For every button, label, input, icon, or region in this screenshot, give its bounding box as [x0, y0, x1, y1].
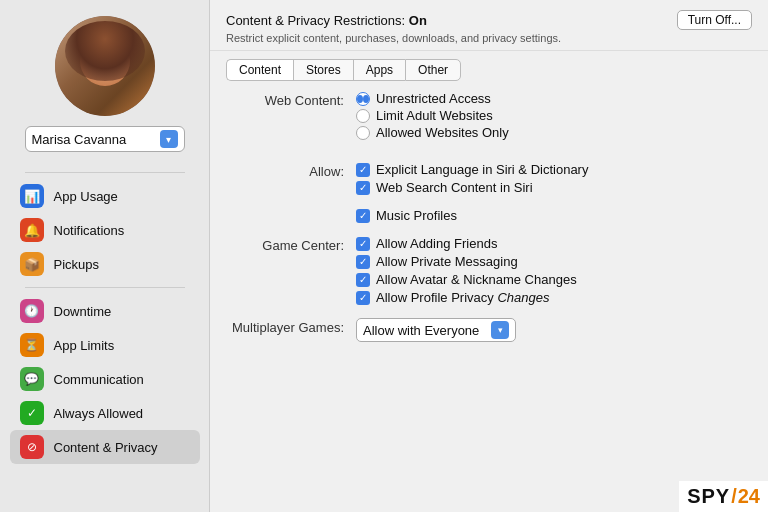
checkbox-explicit-lang-label: Explicit Language in Siri & Dictionary	[376, 162, 588, 177]
radio-unrestricted-label: Unrestricted Access	[376, 91, 491, 106]
tab-apps[interactable]: Apps	[353, 59, 405, 81]
restrictions-label: Content & Privacy Restrictions:	[226, 13, 405, 28]
sidebar: Marisa Cavanna ▾ 📊 App Usage 🔔 Notificat…	[0, 0, 210, 512]
multiplayer-games-row: Multiplayer Games: Allow with Everyone ▾	[226, 318, 752, 342]
spy-slash: /	[731, 485, 737, 508]
spy-text: SPY	[687, 485, 730, 508]
music-profiles-row: ✓ Music Profiles	[226, 208, 752, 226]
radio-allowed-only-label: Allowed Websites Only	[376, 125, 509, 140]
sidebar-label-pickups: Pickups	[54, 257, 100, 272]
checkbox-adding-friends-label: Allow Adding Friends	[376, 236, 497, 251]
sidebar-item-app-usage[interactable]: 📊 App Usage	[10, 179, 200, 213]
radio-limit-adult[interactable]: Limit Adult Websites	[356, 108, 752, 123]
header-description: Restrict explicit content, purchases, do…	[226, 32, 752, 44]
sidebar-label-communication: Communication	[54, 372, 144, 387]
watermark: SPY / 24	[679, 481, 768, 512]
sidebar-label-always-allowed: Always Allowed	[54, 406, 144, 421]
sidebar-label-downtime: Downtime	[54, 304, 112, 319]
game-center-row: Game Center: ✓ Allow Adding Friends ✓ Al…	[226, 236, 752, 308]
music-profiles-content: ✓ Music Profiles	[356, 208, 752, 226]
header-title: Content & Privacy Restrictions: On	[226, 13, 427, 28]
game-center-label: Game Center:	[226, 236, 356, 253]
multiplayer-games-dropdown[interactable]: Allow with Everyone ▾	[356, 318, 516, 342]
restrictions-status: On	[409, 13, 427, 28]
web-content-row: Web Content: Unrestricted Access Limit A…	[226, 91, 752, 142]
sidebar-divider-2	[25, 287, 185, 288]
radio-allowed-only[interactable]: Allowed Websites Only	[356, 125, 752, 140]
user-select[interactable]: Marisa Cavanna ▾	[25, 126, 185, 152]
radio-allowed-only-indicator	[356, 126, 370, 140]
checkbox-web-search-indicator: ✓	[356, 181, 370, 195]
notifications-icon: 🔔	[20, 218, 44, 242]
music-profiles-spacer	[226, 208, 356, 210]
tab-content[interactable]: Content	[226, 59, 293, 81]
sidebar-label-app-limits: App Limits	[54, 338, 115, 353]
checkbox-private-messaging-label: Allow Private Messaging	[376, 254, 518, 269]
radio-limit-adult-indicator	[356, 109, 370, 123]
sidebar-item-downtime[interactable]: 🕐 Downtime	[10, 294, 200, 328]
multiplayer-games-arrow-icon: ▾	[491, 321, 509, 339]
web-content-label: Web Content:	[226, 91, 356, 108]
sidebar-label-app-usage: App Usage	[54, 189, 118, 204]
content-privacy-icon: ⊘	[20, 435, 44, 459]
app-limits-icon: ⏳	[20, 333, 44, 357]
checkbox-explicit-lang-indicator: ✓	[356, 163, 370, 177]
checkbox-adding-friends[interactable]: ✓ Allow Adding Friends	[356, 236, 752, 251]
checkbox-music-profiles-label: Music Profiles	[376, 208, 457, 223]
checkbox-avatar-nickname[interactable]: ✓ Allow Avatar & Nickname Changes	[356, 272, 752, 287]
sidebar-item-communication[interactable]: 💬 Communication	[10, 362, 200, 396]
game-center-options: ✓ Allow Adding Friends ✓ Allow Private M…	[356, 236, 752, 308]
allow-label: Allow:	[226, 162, 356, 179]
sidebar-label-notifications: Notifications	[54, 223, 125, 238]
checkbox-private-messaging[interactable]: ✓ Allow Private Messaging	[356, 254, 752, 269]
checkbox-web-search-label: Web Search Content in Siri	[376, 180, 533, 195]
checkbox-private-messaging-indicator: ✓	[356, 255, 370, 269]
radio-unrestricted-indicator	[356, 92, 370, 106]
checkbox-profile-privacy-label: Allow Profile Privacy Changes	[376, 290, 549, 305]
header: Content & Privacy Restrictions: On Turn …	[210, 0, 768, 51]
always-allowed-icon: ✓	[20, 401, 44, 425]
tab-stores[interactable]: Stores	[293, 59, 353, 81]
checkbox-explicit-lang[interactable]: ✓ Explicit Language in Siri & Dictionary	[356, 162, 752, 177]
checkbox-music-profiles-indicator: ✓	[356, 209, 370, 223]
allow-options: ✓ Explicit Language in Siri & Dictionary…	[356, 162, 752, 198]
multiplayer-games-selected: Allow with Everyone	[363, 323, 485, 338]
checkbox-profile-privacy-indicator: ✓	[356, 291, 370, 305]
checkbox-avatar-nickname-indicator: ✓	[356, 273, 370, 287]
checkbox-web-search[interactable]: ✓ Web Search Content in Siri	[356, 180, 752, 195]
spy-24: 24	[738, 485, 760, 508]
sidebar-divider-1	[25, 172, 185, 173]
radio-limit-adult-label: Limit Adult Websites	[376, 108, 493, 123]
app-usage-icon: 📊	[20, 184, 44, 208]
sidebar-label-content-privacy: Content & Privacy	[54, 440, 158, 455]
multiplayer-games-label: Multiplayer Games:	[226, 318, 356, 335]
username: Marisa Cavanna	[32, 132, 160, 147]
sidebar-item-pickups[interactable]: 📦 Pickups	[10, 247, 200, 281]
checkbox-avatar-nickname-label: Allow Avatar & Nickname Changes	[376, 272, 577, 287]
sidebar-item-app-limits[interactable]: ⏳ App Limits	[10, 328, 200, 362]
radio-unrestricted[interactable]: Unrestricted Access	[356, 91, 752, 106]
avatar	[55, 16, 155, 116]
tab-other[interactable]: Other	[405, 59, 461, 81]
downtime-icon: 🕐	[20, 299, 44, 323]
checkbox-adding-friends-indicator: ✓	[356, 237, 370, 251]
user-select-arrow-icon[interactable]: ▾	[160, 130, 178, 148]
sidebar-item-notifications[interactable]: 🔔 Notifications	[10, 213, 200, 247]
checkbox-music-profiles[interactable]: ✓ Music Profiles	[356, 208, 752, 223]
turn-off-button[interactable]: Turn Off...	[677, 10, 752, 30]
web-content-options: Unrestricted Access Limit Adult Websites…	[356, 91, 752, 142]
pickups-icon: 📦	[20, 252, 44, 276]
tab-bar: Content Stores Apps Other	[210, 51, 768, 81]
allow-row: Allow: ✓ Explicit Language in Siri & Dic…	[226, 162, 752, 198]
sidebar-item-always-allowed[interactable]: ✓ Always Allowed	[10, 396, 200, 430]
communication-icon: 💬	[20, 367, 44, 391]
content-area: Web Content: Unrestricted Access Limit A…	[210, 81, 768, 512]
checkbox-profile-privacy[interactable]: ✓ Allow Profile Privacy Changes	[356, 290, 752, 305]
multiplayer-games-content: Allow with Everyone ▾	[356, 318, 752, 342]
main-content: Content & Privacy Restrictions: On Turn …	[210, 0, 768, 512]
sidebar-item-content-privacy[interactable]: ⊘ Content & Privacy	[10, 430, 200, 464]
